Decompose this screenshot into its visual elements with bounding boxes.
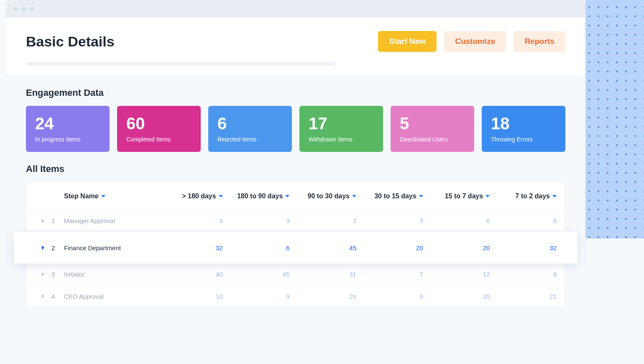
- row-index: 3: [51, 271, 64, 278]
- header-actions: Start New Customize Reports: [378, 31, 565, 52]
- app-container: Basic Details Start New Customize Report…: [6, 18, 585, 324]
- column-header-6[interactable]: 7 to 2 days: [490, 192, 557, 200]
- cell-value[interactable]: 32: [490, 244, 557, 251]
- stat-value: 60: [126, 114, 192, 133]
- cell-value[interactable]: 6: [490, 217, 557, 224]
- column-label: 180 to 90 days: [237, 192, 283, 200]
- column-header-4[interactable]: 30 to 15 days: [356, 192, 423, 200]
- stat-card[interactable]: 60Completed Items: [117, 106, 201, 152]
- stat-card[interactable]: 6Rejected Items: [208, 106, 292, 152]
- table-row[interactable]: 2Finance Department32645202032: [14, 232, 578, 264]
- items-table: Step Name > 180 days 180 to 90 days 90 t…: [26, 182, 565, 308]
- cell-value[interactable]: 20: [423, 244, 490, 251]
- column-header-1[interactable]: > 180 days: [156, 192, 223, 200]
- engagement-title: Engagement Data: [26, 87, 565, 98]
- customize-button[interactable]: Customize: [444, 31, 506, 52]
- cell-value[interactable]: 6: [223, 244, 290, 251]
- stat-label: Deactivated Users: [400, 136, 465, 143]
- stat-value: 17: [309, 114, 374, 133]
- table-row[interactable]: 3Initiator4045317128: [26, 264, 565, 285]
- cell-value[interactable]: 3: [289, 217, 356, 224]
- cell-value[interactable]: 31: [289, 271, 356, 278]
- stat-value: 5: [400, 114, 465, 133]
- cell-value[interactable]: 40: [156, 271, 223, 278]
- window-dot-icon: [13, 7, 18, 11]
- row-index: 2: [51, 244, 64, 251]
- window-dot-icon: [30, 7, 34, 11]
- column-label: Step Name: [64, 192, 99, 200]
- chevron-right-icon: [42, 246, 44, 250]
- cell-value[interactable]: 3: [356, 217, 423, 224]
- start-new-button[interactable]: Start New: [378, 31, 437, 52]
- stat-label: Rejected Items: [217, 136, 283, 143]
- cell-value[interactable]: 3: [356, 293, 423, 300]
- column-label: > 180 days: [182, 192, 216, 200]
- cell-value[interactable]: 10: [156, 293, 223, 300]
- cell-value[interactable]: 21: [490, 293, 557, 300]
- cell-value[interactable]: 3: [156, 217, 223, 224]
- expand-toggle[interactable]: [35, 219, 51, 223]
- table-row[interactable]: 1Manager Approval333366: [26, 210, 565, 232]
- stat-card[interactable]: 5Deactivated Users: [391, 106, 474, 152]
- cell-value[interactable]: 6: [423, 217, 490, 224]
- expand-toggle[interactable]: [35, 294, 51, 298]
- chevron-down-icon: [486, 195, 490, 197]
- stat-value: 18: [491, 114, 556, 133]
- cell-value[interactable]: 8: [490, 271, 557, 278]
- chevron-right-icon: [42, 272, 44, 277]
- engagement-section: Engagement Data 24In progress Items60Com…: [6, 76, 585, 152]
- cell-value[interactable]: 20: [423, 293, 490, 300]
- chevron-down-icon: [101, 195, 105, 197]
- stat-label: Withdrawn Items: [309, 136, 374, 143]
- cell-value[interactable]: 45: [289, 244, 356, 251]
- chevron-right-icon: [42, 294, 44, 298]
- cell-value[interactable]: 32: [156, 244, 223, 251]
- stat-label: Completed Items: [126, 136, 192, 143]
- chevron-down-icon: [219, 195, 223, 197]
- expand-toggle[interactable]: [35, 272, 51, 277]
- step-name: Initiator: [64, 271, 156, 278]
- chevron-right-icon: [42, 219, 44, 223]
- stat-value: 6: [217, 114, 283, 133]
- column-header-3[interactable]: 90 to 30 days: [289, 192, 356, 200]
- cell-value[interactable]: 9: [223, 293, 290, 300]
- column-label: 7 to 2 days: [515, 192, 550, 200]
- column-label: 30 to 15 days: [374, 192, 417, 200]
- row-index: 1: [51, 217, 64, 224]
- chevron-down-icon: [352, 195, 356, 197]
- page-title: Basic Details: [26, 33, 115, 50]
- progress-bar: [26, 62, 335, 66]
- stat-card[interactable]: 18Throwing Errors: [482, 106, 565, 152]
- reports-button[interactable]: Reports: [514, 31, 565, 52]
- stat-value: 24: [35, 114, 100, 133]
- window-dot-icon: [22, 7, 26, 11]
- column-header-step[interactable]: Step Name: [64, 192, 156, 200]
- column-header-2[interactable]: 180 to 90 days: [223, 192, 290, 200]
- stat-label: Throwing Errors: [491, 136, 556, 143]
- all-items-section: All Items Step Name > 180 days 180 to 90…: [6, 152, 585, 308]
- chevron-down-icon: [419, 195, 423, 197]
- browser-chrome: [6, 0, 585, 18]
- page-header: Basic Details Start New Customize Report…: [6, 18, 585, 76]
- cell-value[interactable]: 7: [356, 271, 423, 278]
- expand-toggle[interactable]: [35, 246, 51, 250]
- cell-value[interactable]: 3: [223, 217, 290, 224]
- column-label: 90 to 30 days: [308, 192, 350, 200]
- all-items-title: All Items: [26, 164, 565, 174]
- table-header-row: Step Name > 180 days 180 to 90 days 90 t…: [26, 182, 565, 210]
- cell-value[interactable]: 12: [423, 271, 490, 278]
- column-label: 15 to 7 days: [445, 192, 483, 200]
- chevron-down-icon: [552, 195, 557, 197]
- chevron-down-icon: [285, 195, 289, 197]
- stat-card[interactable]: 17Withdrawn Items: [299, 106, 383, 152]
- step-name: CEO Approval: [64, 293, 156, 300]
- cell-value[interactable]: 45: [223, 271, 290, 278]
- stat-label: In progress Items: [35, 136, 100, 143]
- stat-cards: 24In progress Items60Completed Items6Rej…: [26, 106, 565, 152]
- table-row[interactable]: 4CEO Approval1092532021: [26, 285, 565, 307]
- cell-value[interactable]: 20: [356, 244, 423, 251]
- column-header-5[interactable]: 15 to 7 days: [423, 192, 490, 200]
- row-index: 4: [51, 293, 64, 300]
- cell-value[interactable]: 25: [289, 293, 356, 300]
- stat-card[interactable]: 24In progress Items: [26, 106, 110, 152]
